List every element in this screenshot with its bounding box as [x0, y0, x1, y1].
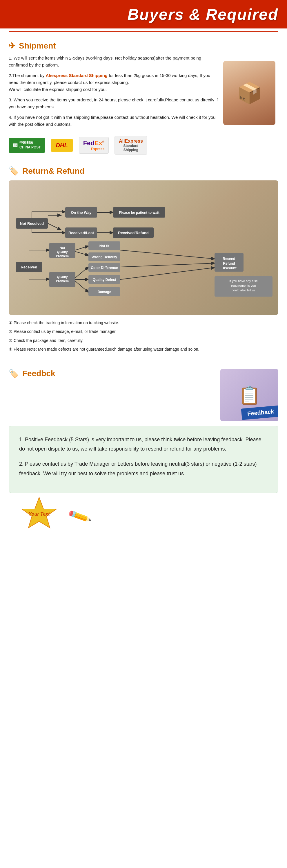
svg-text:Color Difference: Color Difference	[91, 266, 118, 270]
shipment-title: ✈ Shipment	[9, 41, 278, 51]
svg-text:Discount: Discount	[221, 266, 236, 270]
note-1: ① Please check the tracking in formation…	[9, 319, 278, 326]
shipment-image-area: 📦	[220, 55, 278, 131]
svg-text:Damage: Damage	[98, 290, 111, 294]
svg-text:Your Text: Your Text	[29, 512, 50, 517]
dhl-label: DHL	[56, 142, 68, 149]
aliexpress-label: AliExpress Standard Shipping	[119, 138, 143, 152]
note-2: ② Please contact us by meesage, e-mail, …	[9, 328, 278, 335]
page-title: Buyers & Required	[9, 5, 278, 23]
carrier-chinapost: ✉ 中国邮政CHINA POST	[9, 138, 45, 153]
svg-text:Refund: Refund	[223, 261, 235, 266]
svg-text:could also tell us: could also tell us	[231, 288, 255, 292]
svg-line-35	[75, 281, 88, 292]
feedback-card: 1. Positive Feedback (5 Stars) is very i…	[9, 426, 278, 493]
svg-text:Problem: Problem	[56, 279, 69, 283]
feedback-section: 🏷️ Feedbck 👩‍💼 Feedback 1. Positive Feed…	[0, 363, 287, 544]
person-icon: 👩‍💼	[240, 386, 258, 403]
svg-text:Not Received: Not Received	[20, 221, 44, 226]
svg-text:If you have any else: If you have any else	[229, 279, 258, 283]
note-4: ④ Please Note: Men made defects are not …	[9, 346, 278, 352]
svg-text:requirements you: requirements you	[231, 284, 256, 287]
return-title: 🏷️ Return& Refund	[9, 166, 278, 176]
svg-line-3	[48, 223, 61, 230]
header: Buyers & Required	[0, 0, 287, 28]
feedback-title: 🏷️ Feedbck	[9, 369, 56, 378]
return-refund-section: 🏷️ Return& Refund Not Received On the Wa…	[0, 160, 287, 363]
feedback-header: 🏷️ Feedbck 👩‍💼 Feedback	[9, 369, 278, 421]
shipment-para-3: 3. When you receive the items you ordere…	[9, 96, 220, 111]
shipment-content: 1. We will sent the items within 2-5days…	[9, 55, 278, 131]
header-divider	[9, 31, 278, 32]
svg-line-44	[120, 268, 215, 279]
shipment-section: ✈ Shipment 1. We will sent the items wit…	[0, 35, 287, 160]
svg-line-42	[120, 250, 215, 259]
svg-text:Quality: Quality	[57, 275, 68, 279]
svg-text:Not fit: Not fit	[100, 244, 110, 248]
shipment-text: 1. We will sent the items within 2-5days…	[9, 55, 220, 131]
note-3: ③ Check the package and Item, carefully.	[9, 337, 278, 344]
chinapost-label: 中国邮政CHINA POST	[20, 141, 41, 150]
svg-text:Received/Lost: Received/Lost	[68, 231, 94, 235]
flowchart-svg: Not Received On the Way Please be patien…	[14, 189, 281, 305]
carriers-row: ✉ 中国邮政CHINA POST DHL FedEx® Express AliE…	[9, 136, 278, 155]
your-text-badge: Your Text	[17, 496, 61, 532]
svg-text:On the Way: On the Way	[71, 210, 92, 215]
plane-icon: ✈	[9, 41, 15, 51]
feedback-para-1: 1. Positive Feedback (5 Stars) is very i…	[19, 435, 268, 454]
svg-text:Wrong Delivery: Wrong Delivery	[92, 255, 117, 259]
delivery-person-image: 📦	[223, 61, 276, 125]
feedback-banner: Feedback	[241, 405, 278, 420]
svg-text:Received/Refund: Received/Refund	[118, 231, 149, 235]
carrier-dhl: DHL	[51, 139, 73, 152]
feedback-tag-icon: 🏷️	[9, 369, 19, 378]
flowchart: Not Received On the Way Please be patien…	[14, 189, 273, 306]
shipment-para-1: 1. We will sent the items within 2-5days…	[9, 55, 220, 68]
fedex-label: FedEx® Express	[83, 140, 104, 151]
shipment-para-2: 2.The shipment by Aliexpress Standard Sh…	[9, 72, 220, 93]
svg-text:Please be patient to wait: Please be patient to wait	[119, 211, 159, 215]
svg-line-27	[75, 246, 88, 250]
bottom-decoration: Your Text ✏️	[9, 493, 278, 537]
feedback-image: 👩‍💼 Feedback	[220, 369, 278, 421]
flowchart-container: Not Received On the Way Please be patien…	[9, 180, 278, 315]
svg-text:Problem: Problem	[56, 254, 69, 258]
tag-icon: 🏷️	[9, 166, 19, 176]
svg-text:Quality Defect: Quality Defect	[93, 278, 116, 282]
svg-line-43	[120, 263, 215, 267]
svg-text:Received: Received	[21, 265, 37, 269]
notes-list: ① Please check the tracking in formation…	[9, 319, 278, 353]
aliexpress-highlight: Aliexpress Standard Shipping	[46, 73, 108, 78]
feedback-para-2: 2. Please contact us by Trade Manager or…	[19, 459, 268, 478]
svg-line-33	[75, 267, 88, 278]
svg-text:Not: Not	[60, 246, 65, 250]
svg-line-28	[75, 252, 88, 255]
star-badge-svg: Your Text	[17, 496, 61, 531]
svg-text:Quality: Quality	[57, 250, 68, 254]
carrier-fedex: FedEx® Express	[79, 137, 109, 154]
carrier-aliexpress: AliExpress Standard Shipping	[114, 136, 147, 155]
shipment-para-4: 4. If you have not got it within the shi…	[9, 114, 220, 128]
pencil-decoration: ✏️	[66, 504, 93, 529]
chinapost-icon: ✉	[13, 142, 18, 149]
svg-text:Resend: Resend	[223, 257, 235, 261]
